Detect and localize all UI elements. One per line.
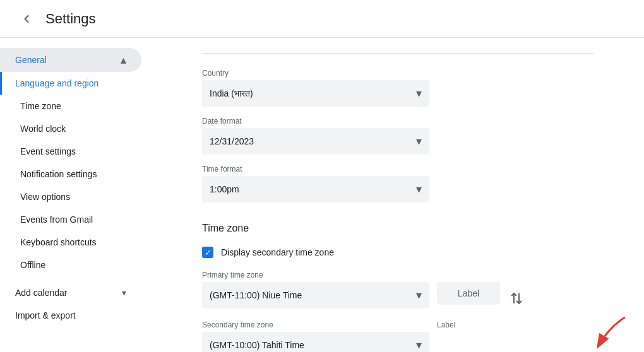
sidebar-item-offline[interactable]: Offline [0,254,141,276]
date-format-label: Date format [202,117,593,126]
swap-arrow-area [508,288,538,310]
country-row: Country India (भारत) ▾ [202,69,593,107]
timezone-section: Time zone ✓ Display secondary time zone … [202,223,593,352]
secondary-timezone-chevron-icon: ▾ [416,338,422,352]
primary-timezone-chevron-icon: ▾ [416,288,422,302]
primary-timezone-select[interactable]: (GMT-11:00) Niue Time ▾ [202,282,429,308]
country-select[interactable]: India (भारत) ▾ [202,80,429,107]
timezone-section-title: Time zone [202,223,593,234]
country-value: India (भारत) [210,88,253,99]
date-format-value: 12/31/2023 [210,136,254,146]
date-format-select[interactable]: 12/31/2023 ▾ [202,128,429,155]
country-label: Country [202,69,593,78]
sidebar-section-general: General ▴ Language and region Time zone … [0,48,152,276]
display-secondary-checkbox[interactable]: ✓ [202,247,213,258]
sidebar-general-header[interactable]: General ▴ [0,48,141,72]
sidebar-item-time-zone[interactable]: Time zone [0,95,141,117]
back-button[interactable] [15,8,38,30]
sidebar: General ▴ Language and region Time zone … [0,38,152,352]
page-title: Settings [45,11,96,27]
secondary-timezone-value: (GMT-10:00) Tahiti Time [210,340,304,350]
sidebar-general-label: General [15,55,47,65]
secondary-label-field[interactable] [437,332,500,352]
divider-top [202,53,593,54]
sidebar-item-event-settings[interactable]: Event settings [0,140,141,163]
display-secondary-label: Display secondary time zone [221,247,334,257]
secondary-label-input-wrap: Label [437,320,500,352]
primary-timezone-value: (GMT-11:00) Niue Time [210,290,302,300]
swap-icon[interactable] [508,288,538,308]
secondary-field-label-text: Label [437,320,500,329]
time-format-row: Time format 1:00pm ▾ [202,165,593,202]
primary-label-field: Label [437,282,500,305]
sidebar-item-add-calendar[interactable]: Add calendar ▾ [0,281,141,304]
date-format-chevron-icon: ▾ [416,134,422,148]
main-content: Country India (भारत) ▾ Date format 12/31… [152,38,644,352]
date-format-row: Date format 12/31/2023 ▾ [202,117,593,155]
primary-timezone-label: Primary time zone [202,271,429,279]
main-layout: General ▴ Language and region Time zone … [0,38,644,352]
primary-label-input-wrap: Label [437,271,500,305]
time-format-select[interactable]: 1:00pm ▾ [202,176,429,202]
time-format-value: 1:00pm [210,184,239,194]
header: Settings [0,0,644,38]
secondary-timezone-row: Secondary time zone (GMT-10:00) Tahiti T… [202,320,593,352]
display-secondary-row: ✓ Display secondary time zone [202,247,593,258]
secondary-timezone-select-wrap: Secondary time zone (GMT-10:00) Tahiti T… [202,320,429,352]
sidebar-item-events-from-gmail[interactable]: Events from Gmail [0,208,141,231]
chevron-down-icon: ▾ [122,288,126,298]
primary-field-label-text [437,271,500,279]
time-format-label: Time format [202,165,593,173]
primary-timezone-row: Primary time zone (GMT-11:00) Niue Time … [202,271,593,310]
country-chevron-icon: ▾ [416,86,422,100]
sidebar-item-notification-settings[interactable]: Notification settings [0,163,141,185]
secondary-timezone-select[interactable]: (GMT-10:00) Tahiti Time ▾ [202,332,429,352]
primary-timezone-select-wrap: Primary time zone (GMT-11:00) Niue Time … [202,271,429,308]
sidebar-item-world-clock[interactable]: World clock [0,117,141,140]
sidebar-item-language-region[interactable]: Language and region [0,72,141,95]
check-icon: ✓ [205,248,212,257]
sidebar-item-view-options[interactable]: View options [0,185,141,208]
sidebar-sub-items: Language and region Time zone World cloc… [0,72,152,276]
secondary-timezone-block: Secondary time zone (GMT-10:00) Tahiti T… [202,320,593,352]
time-format-chevron-icon: ▾ [416,182,422,196]
sidebar-item-keyboard-shortcuts[interactable]: Keyboard shortcuts [0,231,141,254]
sidebar-item-import-export[interactable]: Import & export [0,304,141,327]
chevron-up-icon: ▴ [121,53,126,67]
secondary-timezone-label: Secondary time zone [202,320,429,329]
